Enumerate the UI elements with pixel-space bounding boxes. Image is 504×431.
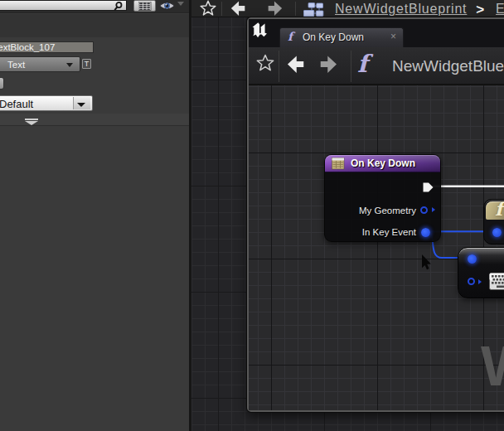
favorite-star-icon[interactable] [200, 0, 216, 17]
search-icon [114, 2, 123, 11]
unreal-logo-icon [252, 22, 268, 38]
font-combo[interactable]: Default [0, 95, 93, 111]
keyboard-node-pin-top[interactable] [468, 254, 477, 264]
toolbar-separator [295, 2, 296, 16]
event-graph-icon [303, 2, 324, 17]
my-geometry-pin-wedge [432, 207, 435, 212]
main-graph-toolbar: NewWidgetBlueprint>EventGraph [191, 0, 504, 17]
function-graph-window: f On Key Down × f NewWidgetBlueprint W [247, 17, 504, 412]
font-combo-value: Default [0, 97, 33, 111]
back-button[interactable] [287, 55, 304, 75]
favorite-star-icon[interactable] [256, 54, 274, 72]
advanced-expander-row [0, 114, 189, 126]
function-glyph: f [495, 201, 502, 220]
function-icon: f [357, 50, 367, 78]
my-geometry-pin[interactable] [420, 206, 428, 214]
expander-arrow-icon [25, 121, 38, 125]
widget-name-field[interactable]: TextBlock_107 [0, 41, 94, 53]
function-input-pin[interactable] [492, 228, 502, 237]
node-keyboard-partial[interactable] [458, 247, 504, 298]
property-matrix-button[interactable] [133, 0, 156, 12]
widget-event-icon [332, 157, 345, 170]
advanced-expander-button[interactable] [25, 119, 38, 124]
details-toolbar [0, 0, 189, 13]
function-node-icon: f [486, 201, 504, 220]
toolbar-separator [279, 51, 279, 82]
in-key-event-pin[interactable] [421, 228, 430, 237]
breadcrumb-root-link[interactable]: NewWidgetBlueprint [335, 2, 467, 16]
pin-label-my-geometry: My Geometry [359, 206, 416, 216]
function-icon: f [288, 30, 293, 43]
breadcrumb-next-link[interactable]: EventGraph [496, 2, 504, 16]
tab-label: On Key Down [303, 31, 364, 43]
exec-output-pin[interactable] [423, 182, 434, 192]
view-options-button[interactable] [158, 0, 187, 12]
tab-on-key-down[interactable]: f On Key Down × [279, 27, 404, 47]
window-tab-strip: f On Key Down × [249, 19, 504, 47]
node-function-partial[interactable]: f [483, 199, 504, 245]
keyboard-node-pin-bottom[interactable] [468, 278, 475, 285]
pin-label-in-key-event: In Key Event [362, 227, 416, 237]
text-type-button[interactable]: T [82, 59, 91, 69]
mouse-cursor [421, 254, 432, 271]
search-input[interactable] [0, 0, 127, 11]
tab-close-icon[interactable]: × [390, 31, 396, 42]
details-panel-body [0, 127, 189, 431]
window-breadcrumb[interactable]: NewWidgetBlueprint [392, 57, 504, 75]
node-on-key-down[interactable]: On Key Down My Geometry In Key Event [324, 154, 441, 242]
details-panel-spacer [0, 14, 189, 37]
forward-button[interactable] [320, 55, 337, 75]
unreal-editor: TextBlock_107 Text T Default [0, 0, 504, 431]
keyboard-node-pin-wedge [478, 279, 482, 284]
toolbar-separator [221, 2, 222, 16]
toolbar-separator [351, 51, 351, 82]
combo-arrow-icon [66, 63, 73, 67]
forward-button[interactable] [267, 1, 284, 17]
font-combo-arrow-button[interactable] [73, 97, 90, 109]
eye-icon [159, 1, 175, 11]
cropped-button[interactable] [0, 77, 4, 90]
details-panel: TextBlock_107 Text T Default [0, 0, 189, 431]
graph-canvas[interactable]: W On Key Down [249, 85, 504, 410]
expander-bar [25, 119, 38, 120]
node-title: On Key Down [351, 157, 415, 169]
text-property-combo[interactable]: Text [0, 56, 80, 72]
view-options-dropdown-icon [177, 2, 184, 6]
combo-arrow-icon [77, 103, 85, 107]
property-matrix-icon [138, 2, 152, 11]
keyboard-icon[interactable] [489, 273, 504, 290]
back-button[interactable] [230, 1, 246, 17]
window-toolbar: f NewWidgetBlueprint [249, 47, 504, 85]
breadcrumb-separator: > [467, 2, 496, 18]
text-property-value: Text [7, 58, 25, 72]
breadcrumb: NewWidgetBlueprint>EventGraph [335, 2, 504, 18]
